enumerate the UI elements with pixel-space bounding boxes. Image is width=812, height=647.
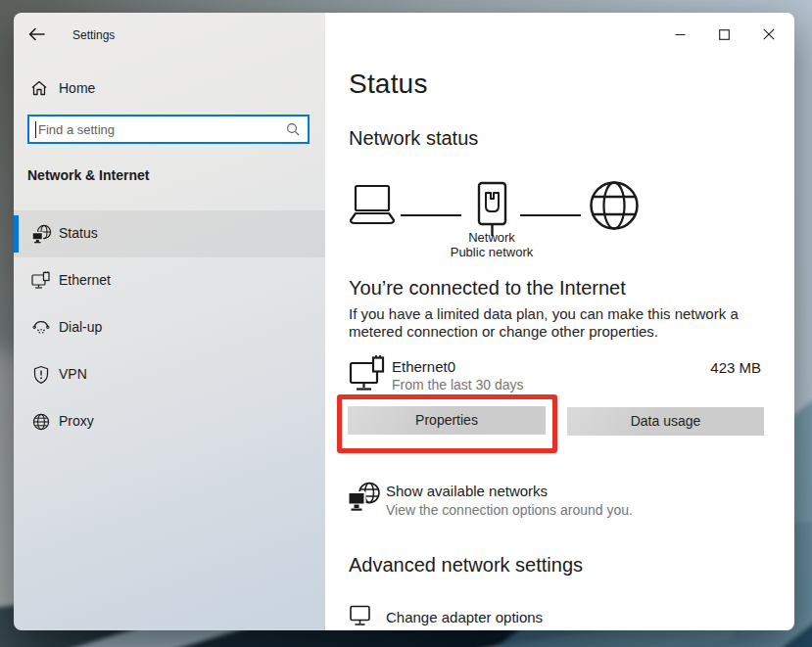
status-globe-monitor-icon: [31, 224, 53, 244]
sidebar-item-proxy[interactable]: Proxy: [14, 398, 325, 445]
dialup-icon: [31, 318, 51, 338]
sidebar-item-label: Proxy: [59, 413, 94, 429]
desktop-wallpaper: Settings Home Network & Internet: [0, 0, 812, 647]
sidebar-item-status[interactable]: Status: [14, 210, 325, 257]
close-button[interactable]: [746, 19, 790, 50]
available-networks-icon[interactable]: [347, 482, 381, 514]
selected-accent-bar: [14, 215, 19, 253]
minimize-icon: [675, 29, 686, 40]
sidebar-item-vpn[interactable]: VPN: [14, 351, 325, 398]
properties-button[interactable]: Properties: [348, 406, 546, 435]
page-title: Status: [349, 69, 428, 100]
search-input[interactable]: [36, 122, 286, 137]
sidebar-item-ethernet[interactable]: Ethernet: [14, 257, 325, 304]
ethernet-adapter-icon: [349, 355, 390, 393]
main-panel: Status Network status Network: [325, 13, 794, 630]
sidebar-nav: Status Ethernet: [14, 210, 325, 445]
ethernet-icon: [31, 271, 52, 291]
sidebar-item-label: Dial-up: [59, 319, 102, 335]
available-networks-subtitle: View the connection options around you.: [386, 502, 633, 518]
change-adapter-link[interactable]: Change adapter options: [386, 609, 543, 625]
diagram-connector-line: [520, 214, 581, 216]
sidebar-section-header: Network & Internet: [27, 167, 149, 183]
advanced-settings-heading: Advanced network settings: [349, 554, 583, 577]
back-button[interactable]: [27, 25, 49, 45]
adapter-period: From the last 30 days: [392, 377, 524, 393]
sidebar-item-dialup[interactable]: Dial-up: [14, 304, 325, 351]
window-controls: [658, 19, 790, 50]
data-usage-button[interactable]: Data usage: [567, 407, 764, 436]
vpn-shield-icon: [31, 365, 51, 385]
internet-globe-icon: [588, 179, 641, 232]
maximize-button[interactable]: [702, 19, 746, 50]
close-icon: [763, 28, 775, 40]
connection-description: If you have a limited data plan, you can…: [349, 305, 780, 341]
sidebar-item-label: Ethernet: [59, 272, 111, 288]
network-node-caption: Network Public network: [404, 230, 580, 259]
proxy-globe-icon: [31, 412, 51, 432]
laptop-icon: [347, 184, 398, 227]
change-adapter-icon: [349, 603, 373, 627]
adapter-name: Ethernet0: [392, 358, 455, 375]
app-title: Settings: [72, 28, 115, 42]
available-networks-title[interactable]: Show available networks: [386, 483, 548, 499]
minimize-button[interactable]: [658, 19, 702, 50]
sidebar-item-label: Status: [59, 225, 98, 241]
search-box[interactable]: [27, 115, 310, 144]
search-icon: [286, 122, 300, 136]
maximize-icon: [719, 29, 730, 40]
sidebar-item-home[interactable]: Home: [14, 73, 325, 105]
data-amount: 423 MB: [710, 359, 761, 376]
sidebar-item-label: Home: [59, 80, 95, 96]
connected-heading: You’re connected to the Internet: [349, 277, 626, 300]
home-icon: [30, 79, 48, 97]
sidebar-item-label: VPN: [59, 366, 87, 382]
network-node-name: Network: [404, 230, 580, 245]
settings-window: Settings Home Network & Internet: [14, 13, 794, 630]
network-status-heading: Network status: [349, 127, 478, 150]
sidebar: Settings Home Network & Internet: [14, 13, 325, 630]
diagram-connector-line: [401, 214, 461, 216]
network-node-type: Public network: [404, 245, 580, 259]
back-arrow-icon: [27, 25, 47, 43]
